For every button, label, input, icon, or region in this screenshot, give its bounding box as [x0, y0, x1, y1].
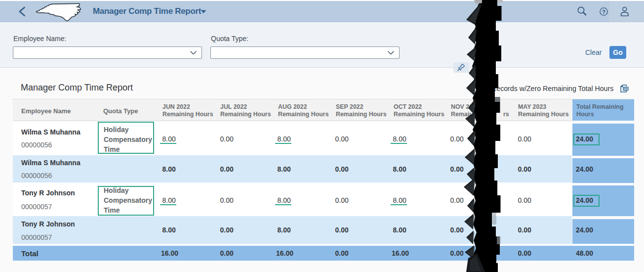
- svg-text:?: ?: [602, 9, 605, 15]
